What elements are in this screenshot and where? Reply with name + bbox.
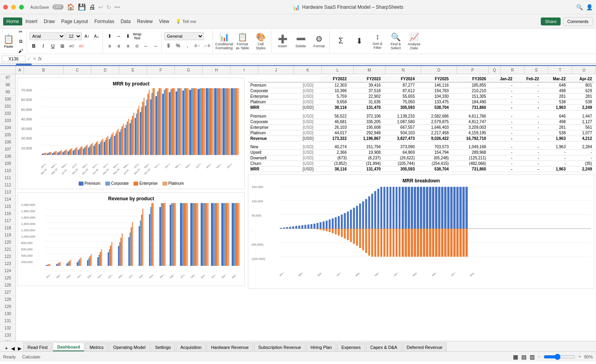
table-cell[interactable]: 40,274 (320, 144, 349, 150)
row-number-128[interactable]: 128 (0, 296, 15, 303)
col-header-u[interactable]: U (572, 66, 596, 74)
table-cell[interactable]: 336,205 (349, 119, 383, 124)
row-number-111[interactable]: 111 (0, 174, 15, 182)
row-number-124[interactable]: 124 (0, 267, 15, 275)
table-cell[interactable]: Enterprise (248, 124, 296, 130)
table-cell[interactable]: - (515, 119, 542, 124)
row-number-117[interactable]: 117 (0, 217, 15, 225)
row-number-110[interactable]: 110 (0, 167, 15, 174)
comma-button[interactable]: , (183, 41, 192, 50)
zoom-minus[interactable]: − (538, 354, 540, 359)
row-number-120[interactable]: 120 (0, 239, 15, 246)
col-header-r[interactable]: R (501, 66, 524, 74)
row-number-129[interactable]: 129 (0, 303, 15, 310)
cross-icon[interactable]: ✕ (33, 56, 37, 62)
row-number-109[interactable]: 109 (0, 160, 15, 167)
table-cell[interactable]: [USD] (296, 124, 320, 130)
table-cell[interactable]: [USD] (296, 155, 320, 161)
insert-cells-button[interactable]: ➕ Insert (274, 30, 291, 52)
align-left-button[interactable]: ≡ (105, 42, 114, 50)
table-cell[interactable]: (482,066) (451, 161, 488, 167)
table-cell[interactable]: 731,860 (451, 167, 488, 172)
col-header-i[interactable]: I (230, 66, 258, 74)
col-header-h[interactable]: H (203, 66, 230, 74)
row-number-131[interactable]: 131 (0, 318, 15, 325)
menu-formulas[interactable]: Formulas (91, 17, 117, 25)
zoom-slider[interactable] (544, 354, 575, 360)
table-cell[interactable]: Downsell (248, 155, 296, 161)
currency-button[interactable]: $ (164, 41, 173, 50)
table-cell[interactable]: Corporate (248, 119, 296, 124)
zoom-plus[interactable]: + (579, 354, 581, 359)
row-number-98[interactable]: 98 (0, 81, 15, 89)
row-number-114[interactable]: 114 (0, 196, 15, 203)
table-cell[interactable]: - (515, 114, 542, 119)
number-format-select[interactable]: General Number Currency Percentage (164, 32, 204, 40)
page-break-view-button[interactable]: ▥ (530, 354, 535, 360)
wrap-text-button[interactable]: Wrap Text (133, 32, 141, 41)
percent-button[interactable]: % (174, 41, 182, 50)
close-button[interactable] (3, 5, 8, 10)
table-cell[interactable]: MRR (248, 105, 296, 110)
cut-button[interactable]: ✂ (16, 27, 25, 36)
share-button[interactable]: Share (541, 17, 560, 25)
account-icon[interactable]: 👤 (586, 4, 593, 10)
fx-icon[interactable]: fx (38, 56, 42, 62)
menu-draw[interactable]: Draw (41, 17, 58, 25)
find-select-button[interactable]: 🔍 Find &Select (387, 30, 404, 52)
row-number-123[interactable]: 123 (0, 260, 15, 267)
row-number-105[interactable]: 105 (0, 132, 15, 139)
col-header-l[interactable]: L (322, 66, 354, 74)
table-cell[interactable]: 2,582,686 (417, 114, 451, 119)
table-cell[interactable]: - (488, 161, 515, 167)
sheet-tab-expenses[interactable]: Expenses (337, 343, 365, 351)
table-cell[interactable]: 26,103 (320, 124, 349, 130)
table-cell[interactable]: 1,049,168 (451, 144, 488, 150)
table-cell[interactable]: 1,077 (568, 130, 594, 136)
table-cell[interactable]: (254,415) (417, 161, 451, 167)
row-number-125[interactable]: 125 (0, 275, 15, 282)
row-number-101[interactable]: 101 (0, 103, 15, 110)
table-cell[interactable]: (673) (320, 155, 349, 161)
row-number-134[interactable]: 134 (0, 339, 15, 341)
table-cell[interactable]: - (488, 150, 515, 155)
table-cell[interactable]: - (488, 144, 515, 150)
table-cell[interactable]: - (568, 155, 594, 161)
row-number-112[interactable]: 112 (0, 182, 15, 189)
increase-decimal-button[interactable]: .0→ (193, 41, 201, 50)
table-cell[interactable]: 184,490 (451, 99, 488, 105)
table-cell[interactable]: - (515, 99, 542, 105)
col-header-k[interactable]: K (294, 66, 322, 74)
table-cell[interactable]: - (515, 94, 542, 99)
col-header-d[interactable]: D (91, 66, 119, 74)
increase-font-button[interactable]: A↑ (83, 32, 91, 41)
table-cell[interactable]: - (542, 155, 568, 161)
sheet-tab-subscription-revenue[interactable]: Subscription Revenue (254, 343, 306, 351)
table-cell[interactable]: 2,217,458 (417, 130, 451, 136)
row-number-122[interactable]: 122 (0, 253, 15, 260)
table-cell[interactable]: - (488, 124, 515, 130)
table-cell[interactable]: [USD] (296, 167, 320, 172)
table-cell[interactable]: 538 (568, 99, 594, 105)
table-cell[interactable]: 648 (542, 82, 568, 88)
sheet-tab-settings[interactable]: Settings (151, 343, 175, 351)
table-cell[interactable]: Premium (248, 82, 296, 88)
table-cell[interactable]: - (488, 114, 515, 119)
table-cell[interactable]: 12,303 (320, 82, 349, 88)
table-cell[interactable]: - (515, 161, 542, 167)
table-cell[interactable]: - (515, 167, 542, 172)
table-cell[interactable]: 39,416 (349, 82, 383, 88)
underline-button[interactable]: U (48, 42, 57, 50)
cell-styles-button[interactable]: 🎨 CellStyles (252, 30, 269, 52)
sheet-tab-operating-model[interactable]: Operating Model (109, 343, 150, 351)
table-cell[interactable]: 281 (542, 124, 568, 130)
table-cell[interactable]: - (488, 82, 515, 88)
table-cell[interactable]: - (488, 119, 515, 124)
table-cell[interactable]: Churn (248, 161, 296, 167)
sheet-tab-hiring-plan[interactable]: Hiring Plan (306, 343, 337, 351)
table-cell[interactable]: - (515, 144, 542, 150)
table-cell[interactable]: [USD] (296, 94, 320, 99)
table-cell[interactable]: 1,646,403 (417, 124, 451, 130)
table-cell[interactable]: - (515, 155, 542, 161)
menu-view[interactable]: View (156, 17, 172, 25)
